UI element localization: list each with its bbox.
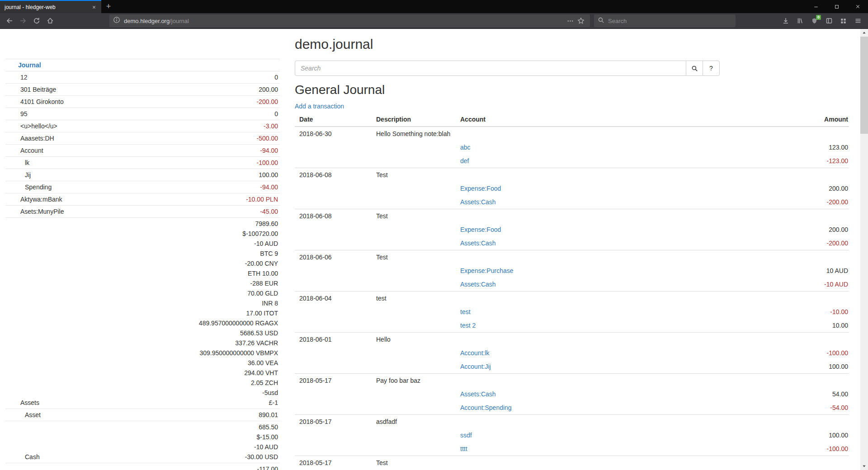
posting-account-link[interactable]: Account:lk [460, 349, 490, 357]
account-balance: 5686.53 USD [143, 328, 278, 338]
posting-account-link[interactable]: Account:Spending [460, 404, 512, 411]
scrollbar-thumb[interactable] [860, 37, 868, 134]
account-row: lk-100.00 [5, 157, 280, 169]
forward-button[interactable] [16, 14, 30, 27]
posting-account-link[interactable]: tttt [460, 445, 467, 452]
account-name[interactable]: lk [25, 159, 29, 166]
window-maximize-button[interactable] [826, 0, 847, 13]
transaction-row[interactable]: 2018-06-04test [295, 291, 849, 306]
posting-account-link[interactable]: ssdf [460, 432, 472, 439]
adblocker-extension-icon[interactable]: 0 [808, 14, 821, 27]
posting-account-link[interactable]: Expense:Food [460, 185, 501, 192]
reload-button[interactable] [30, 14, 43, 27]
posting-account-link[interactable]: def [460, 157, 469, 164]
posting-row: Assets:Cash-10 AUD [295, 277, 849, 291]
posting-row: Expense:Purchase10 AUD [295, 264, 849, 277]
account-balance: 2.05 ZCH [143, 378, 278, 388]
account-name[interactable]: Account [20, 147, 43, 154]
account-name[interactable]: Assets [20, 399, 39, 406]
posting-row: Account:Jij100.00 [295, 360, 849, 374]
window-close-button[interactable] [847, 0, 868, 13]
account-name[interactable]: 95 [20, 110, 28, 118]
posting-amount: 200.00 [709, 182, 849, 195]
transaction-row[interactable]: 2018-06-01Hello [295, 333, 849, 347]
account-name[interactable]: 12 [20, 74, 28, 81]
apps-grid-icon[interactable] [837, 14, 850, 27]
sidebar-journal-link[interactable]: Journal [18, 61, 41, 69]
back-button[interactable] [3, 14, 16, 27]
sidebar-accounts-body: 120301 Beiträge200.004101 Girokonto-200.… [5, 71, 280, 470]
account-name[interactable]: Aktywa:mBank [20, 196, 62, 203]
posting-amount: -54.00 [709, 401, 849, 415]
posting-account-link[interactable]: Expense:Purchase [460, 267, 514, 274]
posting-account-link[interactable]: Assets:Cash [460, 390, 496, 398]
bookmark-star-icon[interactable] [576, 15, 586, 26]
transaction-date: 2018-06-08 [295, 168, 372, 182]
posting-account-link[interactable]: Expense:Food [460, 226, 501, 233]
posting-row: Account:lk-100.00 [295, 346, 849, 360]
account-name[interactable]: Spending [25, 183, 52, 191]
account-row: -117.00 [5, 463, 280, 470]
window-minimize-button[interactable] [806, 0, 826, 13]
url-bar[interactable]: demo.hledger.org/journal [109, 14, 590, 27]
posting-account-link[interactable]: Assets:Cash [460, 281, 496, 288]
account-name[interactable]: Cash [25, 453, 40, 461]
posting-row: Assets:Cash54.00 [295, 387, 849, 401]
journal-search-input[interactable] [295, 61, 686, 76]
page-content: Journal 120301 Beiträge200.004101 Giroko… [0, 29, 860, 470]
tab-close-icon[interactable] [90, 3, 98, 11]
add-transaction-link[interactable]: Add a transaction [295, 103, 344, 110]
account-balance: -45.00 [143, 207, 278, 216]
account-name[interactable]: Aaasets:DH [20, 135, 54, 142]
new-tab-button[interactable]: + [101, 0, 116, 13]
transaction-row[interactable]: 2018-05-17Test [295, 456, 849, 470]
transaction-description: Test [372, 209, 849, 223]
library-icon[interactable] [793, 14, 807, 27]
search-help-button[interactable]: ? [703, 61, 720, 76]
account-balance: 0 [143, 72, 278, 82]
account-name[interactable]: Jij [25, 171, 31, 179]
transaction-date: 2018-06-06 [295, 250, 372, 264]
page-actions-icon[interactable] [565, 15, 576, 26]
downloads-icon[interactable] [779, 14, 792, 27]
home-button[interactable] [43, 14, 57, 27]
posting-account-link[interactable]: Assets:Cash [460, 240, 496, 247]
posting-amount: 200.00 [709, 223, 849, 236]
account-balance: -94.00 [143, 146, 278, 155]
account-name[interactable]: 301 Beiträge [20, 86, 56, 93]
posting-account-link[interactable]: test [460, 308, 471, 315]
account-balance: 36.00 VEA [143, 358, 278, 368]
account-name[interactable]: Asets:MunyPile [20, 208, 64, 215]
posting-amount: 100.00 [709, 360, 849, 374]
account-balance: -10.00 PLN [143, 194, 278, 204]
journal-header-row: Date Description Account Amount [295, 113, 849, 127]
browser-tab[interactable]: journal - hledger-web [0, 0, 101, 13]
vertical-scrollbar[interactable] [860, 29, 868, 470]
account-name[interactable]: Asset [25, 411, 41, 418]
account-balance: 890.01 [143, 410, 278, 420]
posting-account-link[interactable]: test 2 [460, 322, 476, 329]
transaction-row[interactable]: 2018-06-06Test [295, 250, 849, 264]
journal-search-button[interactable] [686, 61, 703, 76]
posting-account-link[interactable]: abc [460, 144, 471, 151]
menu-hamburger-icon[interactable] [851, 14, 864, 27]
account-balance: 70.00 GLD [143, 288, 278, 298]
sidebar-toggle-icon[interactable] [822, 14, 835, 27]
transaction-date: 2018-05-17 [295, 456, 372, 470]
posting-account-link[interactable]: Assets:Cash [460, 198, 496, 206]
posting-account-link[interactable]: Account:Jij [460, 363, 491, 370]
browser-search-input[interactable]: Search [594, 14, 736, 27]
transaction-row[interactable]: 2018-06-08Test [295, 168, 849, 182]
transaction-description: Hello Something note:blah [372, 127, 849, 141]
scroll-down-arrow[interactable] [860, 462, 868, 470]
account-balance: -200.00 [143, 97, 278, 107]
scroll-up-arrow[interactable] [860, 29, 868, 37]
posting-row: Account:Spending-54.00 [295, 401, 849, 415]
account-name[interactable]: 4101 Girokonto [20, 98, 64, 105]
transaction-row[interactable]: 2018-05-17asdfadf [295, 415, 849, 429]
transaction-row[interactable]: 2018-06-08Test [295, 209, 849, 223]
account-name[interactable]: <u>hello</u> [20, 122, 57, 130]
transaction-row[interactable]: 2018-06-30Hello Something note:blah [295, 127, 849, 141]
site-info-icon[interactable] [113, 16, 120, 25]
transaction-row[interactable]: 2018-05-17Pay foo bar baz [295, 374, 849, 388]
